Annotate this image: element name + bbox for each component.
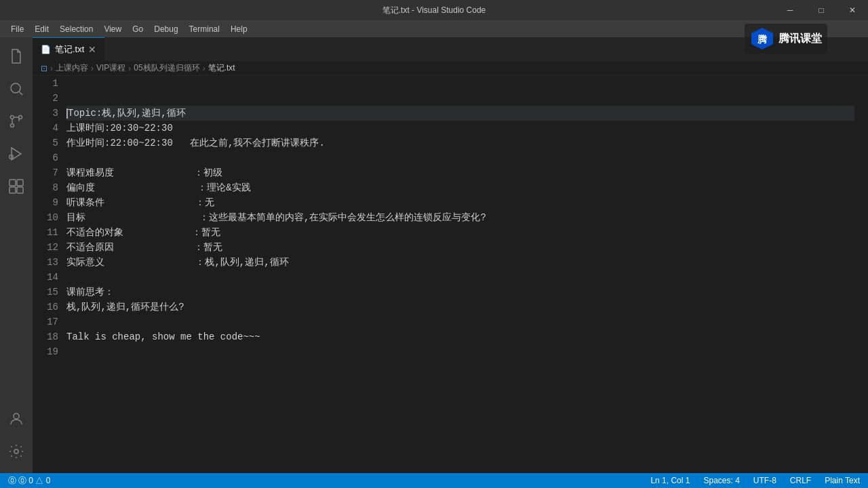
status-git[interactable]: ⓪ ⓪ 0 △ 0	[5, 473, 53, 488]
code-line-14: 栈,队列,递归,循环是什么?	[66, 300, 854, 314]
line-number-8: 8	[33, 180, 58, 195]
line-number-2: 2	[33, 91, 58, 106]
breadcrumb-part-3[interactable]: 05栈队列递归循环	[134, 62, 199, 74]
close-button[interactable]: ✕	[837, 0, 868, 20]
code-line-9: 不适合的对象 ：暂无	[66, 225, 854, 240]
code-line-13: 课前思考：	[66, 285, 854, 300]
code-line-10: 不适合原因 ：暂无	[66, 240, 854, 255]
line-numbers: 12345678910111213141516171819	[33, 76, 66, 473]
status-bar: ⓪ ⓪ 0 △ 0 Ln 1, Col 1 Spaces: 4 UTF-8 CR…	[0, 473, 868, 488]
menu-item-edit[interactable]: Edit	[29, 20, 54, 37]
code-line-6: 偏向度 ：理论&实践	[66, 180, 854, 195]
status-cursor-position[interactable]: Ln 1, Col 1	[648, 473, 692, 488]
line-number-7: 7	[33, 165, 58, 180]
line-number-17: 17	[33, 314, 58, 329]
code-editor[interactable]: 12345678910111213141516171819 Topic:栈,队列…	[33, 76, 868, 473]
breadcrumb-part-2[interactable]: VIP课程	[96, 62, 125, 74]
code-line-2: 上课时间:20:30~22:30	[66, 121, 854, 136]
activity-bar-bottom	[0, 403, 33, 473]
code-line-15	[66, 314, 854, 329]
tab-file-icon: 📄	[41, 45, 51, 54]
minimize-button[interactable]: ─	[774, 0, 806, 20]
window-title: 笔记.txt - Visual Studio Code	[382, 5, 486, 16]
line-number-9: 9	[33, 195, 58, 210]
tencent-icon: 腾	[750, 26, 774, 51]
status-spaces[interactable]: Spaces: 4	[701, 473, 742, 488]
menu-item-file[interactable]: File	[5, 20, 29, 37]
svg-line-1	[20, 92, 23, 96]
status-bar-left: ⓪ ⓪ 0 △ 0	[5, 473, 53, 488]
line-number-11: 11	[33, 225, 58, 240]
line-number-18: 18	[33, 329, 58, 344]
restore-button[interactable]: □	[806, 0, 837, 20]
main-area: 📄 笔记.txt ✕ ⊡ › 上课内容 › VIP课程 › 05栈队列递归循环 …	[0, 37, 868, 473]
tab-close-button[interactable]: ✕	[88, 44, 96, 55]
breadcrumb-part-4[interactable]: 笔记.txt	[208, 62, 235, 74]
status-line-ending[interactable]: CRLF	[787, 473, 814, 488]
menu-bar: FileEditSelectionViewGoDebugTerminalHelp	[0, 20, 868, 37]
activity-icon-files[interactable]	[0, 40, 33, 73]
git-status-text: ⓪ 0 △ 0	[18, 475, 50, 487]
tab-bar: 📄 笔记.txt ✕	[33, 37, 868, 61]
svg-point-4	[11, 124, 14, 127]
activity-icon-settings[interactable]	[0, 435, 33, 468]
breadcrumb: ⊡ › 上课内容 › VIP课程 › 05栈队列递归循环 › 笔记.txt	[33, 61, 868, 76]
language-mode-text: Plain Text	[825, 476, 860, 485]
menu-item-view[interactable]: View	[98, 20, 127, 37]
line-number-12: 12	[33, 240, 58, 255]
code-line-19	[66, 374, 854, 389]
tab-label: 笔记.txt	[55, 43, 84, 56]
svg-rect-7	[9, 180, 16, 186]
activity-icon-extensions[interactable]	[0, 170, 33, 203]
svg-rect-9	[9, 187, 16, 193]
code-line-5: 课程难易度 ：初级	[66, 165, 854, 180]
status-encoding[interactable]: UTF-8	[751, 473, 779, 488]
menu-item-go[interactable]: Go	[127, 20, 149, 37]
git-icon: ⓪	[8, 475, 16, 487]
line-number-16: 16	[33, 300, 58, 314]
activity-icon-search[interactable]	[0, 73, 33, 105]
menu-item-terminal[interactable]: Terminal	[184, 20, 225, 37]
svg-point-11	[14, 413, 19, 419]
line-number-15: 15	[33, 285, 58, 300]
line-number-19: 19	[33, 344, 58, 359]
title-bar: 笔记.txt - Visual Studio Code ─ □ ✕	[0, 0, 868, 20]
code-line-18	[66, 359, 854, 374]
text-cursor	[66, 108, 68, 119]
line-number-3: 3	[33, 106, 58, 121]
line-ending-text: CRLF	[790, 476, 811, 485]
menu-item-selection[interactable]: Selection	[54, 20, 98, 37]
breadcrumb-part-1[interactable]: 上课内容	[56, 62, 88, 74]
activity-icon-account[interactable]	[0, 403, 33, 435]
svg-point-12	[14, 449, 18, 453]
code-line-12	[66, 270, 854, 285]
editor-area: 📄 笔记.txt ✕ ⊡ › 上课内容 › VIP课程 › 05栈队列递归循环 …	[33, 37, 868, 473]
code-line-7: 听课条件 ：无	[66, 195, 854, 210]
code-line-11: 实际意义 ：栈,队列,递归,循环	[66, 255, 854, 270]
line-number-10: 10	[33, 210, 58, 225]
line-number-4: 4	[33, 121, 58, 136]
encoding-text: UTF-8	[753, 476, 776, 485]
line-number-14: 14	[33, 270, 58, 285]
line-number-5: 5	[33, 136, 58, 150]
status-language-mode[interactable]: Plain Text	[822, 473, 863, 488]
tab-notes[interactable]: 📄 笔记.txt ✕	[33, 37, 104, 61]
tencent-text: 腾讯课堂	[778, 32, 822, 46]
code-line-1: Topic:栈,队列,递归,循环	[66, 106, 854, 121]
cursor-position-text: Ln 1, Col 1	[650, 476, 690, 485]
activity-icon-run[interactable]	[0, 138, 33, 170]
window-controls: ─ □ ✕	[774, 0, 868, 20]
activity-icon-source-control[interactable]	[0, 105, 33, 138]
tencent-logo: 腾 腾讯课堂	[745, 24, 827, 54]
spaces-text: Spaces: 4	[703, 476, 739, 485]
code-content[interactable]: Topic:栈,队列,递归,循环上课时间:20:30~22:30作业时间:22:…	[66, 76, 868, 473]
svg-point-0	[11, 83, 20, 93]
svg-rect-8	[17, 180, 23, 186]
line-number-1: 1	[33, 76, 58, 91]
menu-item-help[interactable]: Help	[225, 20, 253, 37]
svg-point-2	[11, 116, 14, 119]
code-line-8: 目标 ：这些最基本简单的内容,在实际中会发生怎么样的连锁反应与变化?	[66, 210, 854, 225]
svg-text:腾: 腾	[757, 34, 768, 45]
menu-item-debug[interactable]: Debug	[149, 20, 183, 37]
code-line-16: Talk is cheap, show me the code~~~	[66, 329, 854, 344]
